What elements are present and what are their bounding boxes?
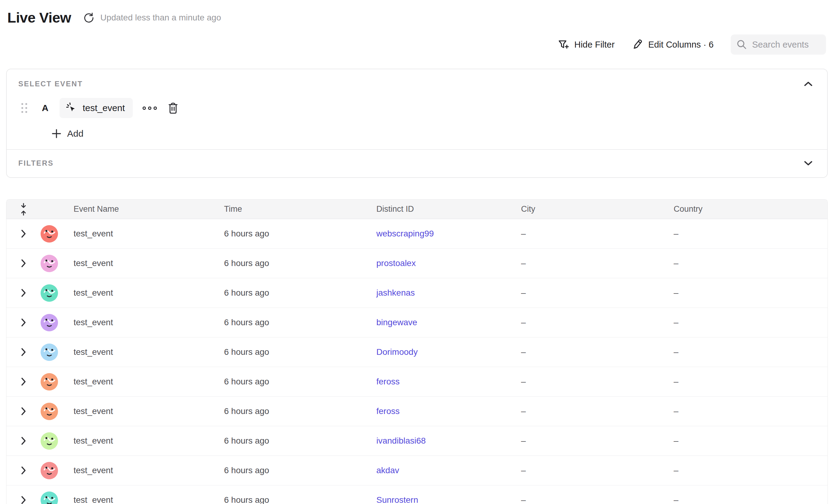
avatar[interactable] [40, 403, 58, 420]
distinct-id-link[interactable]: prostoalex [377, 258, 416, 268]
chevron-right-icon [21, 318, 26, 327]
cell-time: 6 hours ago [224, 318, 377, 327]
select-event-label: SELECT EVENT [18, 79, 83, 88]
add-event-button[interactable]: Add [51, 128, 83, 139]
cell-event-name: test_event [70, 377, 224, 386]
expand-filters-button[interactable] [802, 157, 815, 170]
expand-row-button[interactable] [16, 492, 31, 504]
cell-event-name: test_event [70, 288, 224, 298]
distinct-id-link[interactable]: webscraping99 [377, 229, 434, 238]
cell-event-name: test_event [70, 318, 224, 327]
distinct-id-link[interactable]: ivandiblasi68 [377, 436, 426, 446]
expand-row-button[interactable] [16, 256, 31, 271]
column-header-city[interactable]: City [521, 204, 673, 214]
cell-time: 6 hours ago [224, 288, 377, 298]
table-body: test_event 6 hours ago webscraping99 – – [6, 219, 827, 504]
expand-row-button[interactable] [16, 344, 31, 360]
cell-country: – [673, 347, 827, 357]
avatar[interactable] [40, 284, 58, 302]
chevron-right-icon [21, 377, 26, 386]
cell-city: – [521, 495, 673, 504]
refresh-button[interactable] [82, 11, 95, 24]
refresh-icon [83, 12, 94, 23]
expand-row-button[interactable] [16, 374, 31, 389]
avatar[interactable] [40, 343, 58, 361]
avatar[interactable] [40, 373, 58, 391]
cell-city: – [521, 466, 673, 475]
delete-event-button[interactable] [166, 101, 180, 115]
table-row[interactable]: test_event 6 hours ago bingewave – – [6, 308, 827, 338]
distinct-id-link[interactable]: bingewave [377, 318, 417, 327]
cell-time: 6 hours ago [224, 436, 377, 446]
table-row[interactable]: test_event 6 hours ago jashkenas – – [6, 278, 827, 308]
expand-row-button[interactable] [16, 226, 31, 241]
table-row[interactable]: test_event 6 hours ago feross – – [6, 367, 827, 397]
toolbar: Hide Filter Edit Columns · 6 [0, 26, 840, 56]
column-header-time[interactable]: Time [224, 204, 377, 214]
distinct-id-link[interactable]: feross [377, 407, 400, 416]
cell-country: – [673, 407, 827, 416]
expand-row-button[interactable] [16, 433, 31, 449]
cell-city: – [521, 436, 673, 446]
filter-plus-icon [557, 38, 569, 51]
cell-city: – [521, 288, 673, 298]
avatar[interactable] [40, 432, 58, 450]
expand-row-button[interactable] [16, 463, 31, 478]
search-box[interactable] [731, 35, 826, 55]
hide-filter-button[interactable]: Hide Filter [557, 38, 614, 51]
chevron-up-icon [804, 81, 812, 87]
column-header-distinct-id[interactable]: Distinct ID [377, 204, 521, 214]
cell-time: 6 hours ago [224, 229, 377, 238]
search-input[interactable] [752, 40, 822, 50]
chevron-right-icon [21, 407, 26, 415]
search-icon [736, 39, 747, 50]
cell-city: – [521, 318, 673, 327]
table-row[interactable]: test_event 6 hours ago akdav – – [6, 456, 827, 485]
avatar[interactable] [40, 255, 58, 272]
cell-time: 6 hours ago [224, 466, 377, 475]
cell-city: – [521, 407, 673, 416]
edit-columns-button[interactable]: Edit Columns · 6 [632, 39, 714, 50]
distinct-id-link[interactable]: Dorimoody [377, 347, 418, 357]
updated-status: Updated less than a minute ago [101, 13, 221, 22]
chevron-right-icon [21, 496, 26, 504]
table-row[interactable]: test_event 6 hours ago Dorimoody – – [6, 338, 827, 367]
chevron-down-icon [804, 161, 812, 166]
collapse-rows-icon [20, 203, 27, 216]
avatar[interactable] [40, 491, 58, 504]
distinct-id-link[interactable]: feross [377, 377, 400, 386]
cell-time: 6 hours ago [224, 258, 377, 268]
cell-country: – [673, 258, 827, 268]
collapse-select-event-button[interactable] [802, 77, 815, 91]
table-row[interactable]: test_event 6 hours ago webscraping99 – – [6, 219, 827, 249]
cell-country: – [673, 466, 827, 475]
collapse-all-rows-button[interactable] [16, 202, 31, 217]
table-row[interactable]: test_event 6 hours ago prostoalex – – [6, 249, 827, 278]
avatar[interactable] [40, 225, 58, 242]
cell-event-name: test_event [70, 436, 224, 446]
cell-country: – [673, 377, 827, 386]
distinct-id-link[interactable]: jashkenas [377, 288, 415, 298]
avatar[interactable] [40, 314, 58, 331]
cell-time: 6 hours ago [224, 347, 377, 357]
table-row[interactable]: test_event 6 hours ago ivandiblasi68 – – [6, 426, 827, 456]
distinct-id-link[interactable]: akdav [377, 466, 399, 475]
pencil-icon [632, 39, 644, 50]
cell-time: 6 hours ago [224, 495, 377, 504]
expand-row-button[interactable] [16, 403, 31, 419]
expand-row-button[interactable] [16, 285, 31, 301]
column-header-country[interactable]: Country [673, 204, 827, 214]
expand-row-button[interactable] [16, 315, 31, 330]
table-row[interactable]: test_event 6 hours ago Sunrostern – – [6, 485, 827, 504]
distinct-id-link[interactable]: Sunrostern [377, 495, 418, 504]
edit-columns-label: Edit Columns · 6 [648, 40, 714, 50]
table-row[interactable]: test_event 6 hours ago feross – – [6, 397, 827, 426]
selected-event-chip[interactable]: test_event [59, 98, 133, 118]
drag-handle-icon[interactable] [21, 103, 27, 113]
event-more-options-button[interactable] [142, 102, 157, 114]
column-header-event-name[interactable]: Event Name [70, 204, 224, 214]
page-header: Live View Updated less than a minute ago [0, 0, 840, 26]
cell-event-name: test_event [70, 229, 224, 238]
avatar[interactable] [40, 462, 58, 479]
selected-event-name: test_event [83, 103, 125, 113]
